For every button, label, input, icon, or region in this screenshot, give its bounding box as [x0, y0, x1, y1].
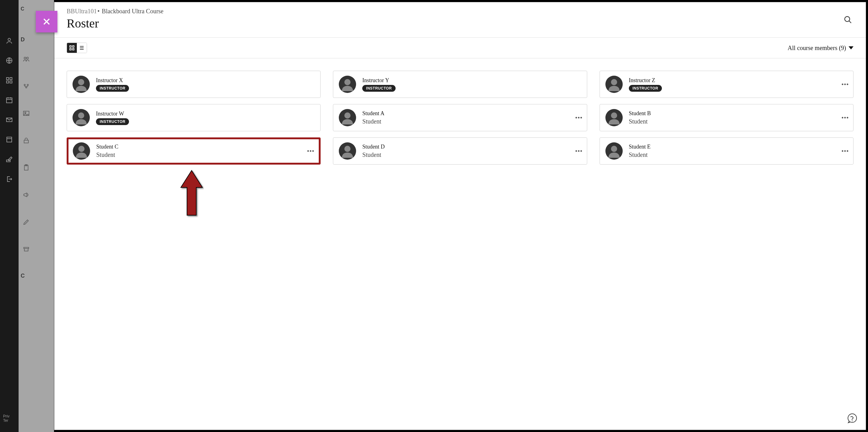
breadcrumb-course-name: Blackboard Ultra Course	[102, 8, 163, 15]
role-badge: INSTRUCTOR	[96, 118, 129, 125]
list-view-button[interactable]	[77, 43, 87, 53]
filter-dropdown[interactable]: All course members (9)	[788, 45, 854, 52]
member-card[interactable]: Instructor Y INSTRUCTOR	[333, 71, 587, 98]
help-button[interactable]	[847, 412, 858, 424]
svg-point-54	[852, 421, 852, 421]
view-toggle	[67, 42, 87, 53]
member-menu-button[interactable]	[576, 150, 582, 152]
svg-point-36	[78, 79, 84, 85]
footer-privacy[interactable]: Priv	[3, 414, 16, 419]
svg-rect-30	[70, 49, 71, 50]
breadcrumb: BBUltra101• Blackboard Ultra Course	[67, 8, 854, 15]
member-menu-button[interactable]	[307, 150, 314, 152]
dots-icon	[576, 117, 577, 119]
nav-footer: Priv Ter	[0, 411, 19, 426]
svg-point-42	[78, 112, 84, 119]
role-text: Student	[362, 118, 384, 125]
dots-icon	[842, 150, 843, 152]
help-icon	[847, 412, 858, 424]
dots-icon	[576, 150, 577, 152]
footer-terms[interactable]: Ter	[3, 419, 16, 423]
svg-point-38	[344, 79, 350, 85]
svg-rect-6	[6, 98, 12, 103]
member-info: Student A Student	[362, 110, 384, 125]
book-icon[interactable]	[5, 136, 13, 143]
member-info: Student C Student	[96, 144, 119, 159]
avatar	[606, 109, 623, 126]
member-name: Instructor X	[96, 77, 129, 84]
avatar	[606, 142, 623, 160]
panel-header: BBUltra101• Blackboard Ultra Course Rost…	[54, 2, 866, 38]
avatar	[73, 142, 90, 160]
calendar-icon[interactable]	[5, 96, 13, 104]
avatar	[339, 109, 356, 126]
svg-rect-4	[6, 81, 9, 83]
svg-point-52	[611, 146, 617, 152]
role-text: Student	[629, 151, 651, 159]
svg-rect-29	[72, 46, 74, 47]
close-icon	[42, 17, 51, 26]
member-card[interactable]: Student E Student	[599, 137, 854, 165]
roster-panel: BBUltra101• Blackboard Ultra Course Rost…	[54, 2, 866, 430]
globe-icon[interactable]	[5, 57, 13, 64]
member-card[interactable]: Student A Student	[333, 104, 587, 131]
member-name: Student D	[362, 144, 385, 150]
member-name: Student C	[96, 144, 119, 150]
member-info: Student D Student	[362, 144, 385, 159]
member-card[interactable]: Student C Student	[67, 137, 320, 165]
svg-point-44	[344, 112, 350, 119]
avatar	[339, 142, 356, 160]
mail-icon[interactable]	[5, 116, 13, 123]
dots-icon	[842, 84, 843, 85]
role-text: Student	[362, 151, 385, 159]
member-name: Student A	[362, 110, 384, 117]
logout-icon[interactable]	[5, 175, 13, 183]
member-info: Instructor Y INSTRUCTOR	[362, 77, 395, 92]
user-icon[interactable]	[5, 37, 13, 45]
member-name: Instructor Y	[362, 77, 395, 84]
svg-rect-3	[10, 78, 12, 80]
search-button[interactable]	[842, 14, 854, 25]
member-menu-button[interactable]	[842, 84, 848, 85]
roster-toolbar: All course members (9)	[54, 38, 866, 58]
breadcrumb-course-id: BBUltra101	[67, 8, 97, 15]
search-icon	[844, 16, 852, 24]
avatar	[72, 109, 90, 126]
member-card[interactable]: Instructor X INSTRUCTOR	[67, 71, 320, 98]
member-info: Instructor Z INSTRUCTOR	[629, 77, 662, 92]
member-menu-button[interactable]	[576, 117, 582, 119]
svg-rect-5	[10, 81, 12, 83]
dots-icon	[842, 117, 843, 119]
member-menu-button[interactable]	[842, 117, 848, 119]
member-name: Instructor W	[96, 111, 129, 117]
member-info: Instructor W INSTRUCTOR	[96, 111, 129, 125]
edit-icon[interactable]	[5, 155, 13, 163]
avatar	[606, 76, 623, 93]
member-name: Student B	[629, 110, 651, 117]
member-card[interactable]: Instructor Z INSTRUCTOR	[599, 71, 854, 98]
svg-point-26	[845, 17, 850, 22]
avatar	[72, 76, 90, 93]
role-text: Student	[96, 151, 119, 159]
member-name: Student E	[629, 144, 651, 150]
member-info: Student E Student	[629, 144, 651, 159]
grid-view-button[interactable]	[67, 43, 77, 53]
member-info: Instructor X INSTRUCTOR	[96, 77, 129, 92]
role-badge: INSTRUCTOR	[362, 85, 395, 92]
member-card[interactable]: Student B Student	[599, 104, 854, 131]
grid-view-icon	[69, 45, 75, 51]
svg-rect-28	[70, 46, 71, 47]
svg-point-48	[79, 146, 85, 152]
member-card[interactable]: Student D Student	[333, 137, 587, 165]
svg-rect-31	[72, 49, 74, 50]
svg-rect-11	[7, 137, 12, 142]
roster-grid: Instructor X INSTRUCTOR Instructor Y INS…	[54, 58, 866, 430]
role-badge: INSTRUCTOR	[629, 85, 662, 92]
grid-icon[interactable]	[5, 77, 13, 84]
role-badge: INSTRUCTOR	[96, 85, 129, 92]
member-menu-button[interactable]	[842, 150, 848, 152]
svg-point-0	[8, 38, 10, 41]
list-view-icon	[79, 45, 85, 51]
member-card[interactable]: Instructor W INSTRUCTOR	[67, 104, 320, 131]
svg-point-50	[344, 146, 350, 152]
